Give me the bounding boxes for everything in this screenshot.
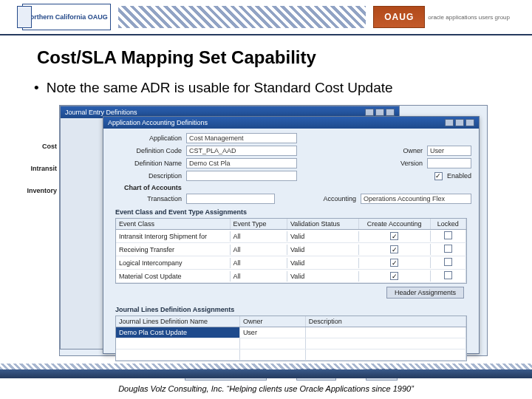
side-label: Cost: [5, 143, 60, 150]
norcal-oaug-logo: Northern California OAUG: [22, 4, 111, 30]
col-event-class: Event Class: [116, 219, 231, 229]
checkbox-icon[interactable]: ✓: [390, 272, 398, 280]
bullet-text: Note the same ADR is usable for Standard…: [47, 80, 393, 96]
col-event-type: Event Type: [231, 219, 287, 229]
application-field[interactable]: Cost Management: [186, 133, 297, 143]
col-locked: Locked: [431, 219, 467, 229]
oaug-tagline: oracle applications users group: [428, 14, 510, 21]
version-label: Version: [386, 160, 423, 167]
enabled-label: Enabled: [447, 172, 471, 180]
table-row[interactable]: Receiving TransferAllValid✓: [116, 243, 466, 256]
acct-field[interactable]: Operations Accounting Flex: [361, 194, 471, 204]
enabled-checkbox[interactable]: ✓: [434, 172, 443, 180]
minimize-icon[interactable]: [365, 109, 374, 116]
defname-field[interactable]: Demo Cst Pla: [186, 158, 297, 168]
acct-label: Accounting: [312, 195, 356, 202]
defcode-label: Definition Code: [111, 147, 182, 154]
checkbox-icon[interactable]: [444, 258, 452, 266]
events-grid-head: Event Class Event Type Validation Status…: [116, 219, 466, 230]
oaug-brand: OAUG oracle applications users group: [373, 6, 510, 28]
owner-label: Owner: [386, 147, 423, 154]
front-window-title: Application Accounting Definitions: [108, 119, 208, 126]
defcode-field[interactable]: CST_PLA_AAD: [186, 146, 297, 156]
jld-header: Journal Lines Definition Assignments: [115, 306, 471, 313]
trans-label: Transaction: [111, 195, 182, 202]
col-jld-desc: Description: [306, 316, 466, 327]
bullet-icon: •: [34, 80, 39, 96]
table-row[interactable]: Intransit Interorg Shipment forAllValid✓: [116, 230, 466, 243]
version-field[interactable]: [427, 158, 471, 168]
jld-grid-head: Journal Lines Definition Name Owner Desc…: [116, 316, 466, 327]
maximize-icon[interactable]: [375, 109, 384, 116]
coa-label: Chart of Accounts: [124, 184, 182, 191]
footer-text: Douglas Volz Consulting, Inc. “Helping c…: [0, 384, 532, 393]
checkbox-icon[interactable]: ✓: [390, 245, 398, 253]
oaug-logo: OAUG: [373, 6, 425, 28]
window-buttons: [365, 109, 395, 116]
col-jld-owner: Owner: [240, 316, 306, 327]
desc-field[interactable]: [186, 171, 297, 181]
side-label: Inventory: [5, 187, 60, 194]
application-label: Application: [111, 134, 182, 142]
trans-field[interactable]: [186, 194, 275, 204]
table-row[interactable]: Logical IntercompanyAllValid✓: [116, 256, 466, 270]
bullet-row: • Note the same ADR is usable for Standa…: [0, 75, 532, 105]
footer-pattern: [0, 364, 532, 369]
col-create-acct: Create Accounting: [359, 219, 431, 229]
table-row[interactable]: Demo Pla Cost UpdateUser: [116, 327, 466, 338]
back-window-title: Journal Entry Definitions: [65, 109, 137, 116]
screenshot-area: Cost Intransit Inventory Journal Entry D…: [59, 105, 488, 356]
slide-title: Cost/SLA Mapping Set Capability: [0, 35, 532, 75]
events-header: Event Class and Event Type Assignments: [115, 208, 471, 216]
minimize-icon[interactable]: [445, 119, 454, 126]
col-jld-name: Journal Lines Definition Name: [116, 316, 240, 327]
checkbox-icon[interactable]: ✓: [390, 259, 398, 267]
events-grid: Event Class Event Type Validation Status…: [115, 218, 467, 284]
defname-label: Definition Name: [111, 160, 182, 167]
col-valid-status: Validation Status: [287, 219, 359, 229]
window-buttons: [445, 119, 474, 126]
table-row[interactable]: Material Cost UpdateAllValid✓: [116, 270, 466, 283]
header-assignments-button[interactable]: Header Assignments: [386, 287, 464, 299]
form-area: Application Cost Management Definition C…: [103, 129, 479, 386]
close-icon[interactable]: [386, 109, 395, 116]
checkbox-icon[interactable]: [444, 231, 452, 239]
close-icon[interactable]: [466, 119, 474, 126]
checkbox-icon[interactable]: ✓: [390, 232, 398, 240]
header-pattern: [118, 6, 366, 28]
slide-header: Northern California OAUG OAUG oracle app…: [0, 0, 532, 35]
maximize-icon[interactable]: [455, 119, 464, 126]
checkbox-icon[interactable]: [444, 245, 452, 253]
side-label: Intransit: [5, 165, 60, 172]
desc-label: Description: [111, 172, 182, 180]
footer-band: [0, 369, 532, 378]
side-labels: Cost Intransit Inventory: [5, 143, 60, 209]
front-window-titlebar: Application Accounting Definitions: [103, 117, 479, 129]
checkbox-icon[interactable]: [444, 271, 452, 279]
owner-field[interactable]: User: [427, 146, 471, 156]
front-window: Application Accounting Definitions Appli…: [103, 116, 480, 354]
jld-grid: Journal Lines Definition Name Owner Desc…: [115, 316, 467, 361]
